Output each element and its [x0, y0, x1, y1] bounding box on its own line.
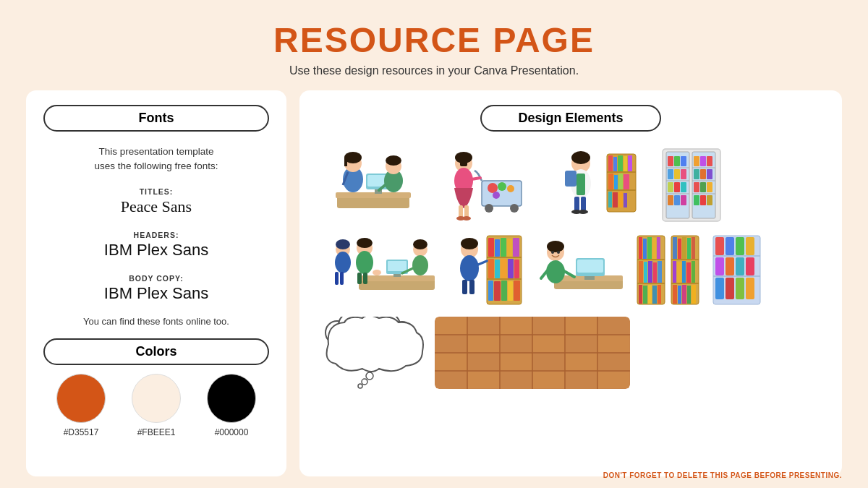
body-font-entry: BODY COPY: IBM Plex Sans: [104, 271, 208, 303]
svg-rect-23: [460, 155, 467, 166]
fonts-note: You can find these fonts online too.: [83, 316, 229, 327]
fonts-description: This presentation templateuses the follo…: [94, 145, 218, 174]
svg-rect-187: [736, 237, 744, 255]
design-row-1: [315, 143, 826, 226]
svg-rect-178: [678, 286, 681, 304]
svg-rect-64: [700, 156, 706, 166]
svg-rect-74: [681, 182, 686, 192]
svg-rect-65: [707, 156, 712, 166]
svg-rect-120: [501, 259, 507, 278]
svg-rect-8: [344, 158, 347, 166]
svg-rect-118: [488, 259, 494, 278]
svg-rect-151: [647, 237, 652, 259]
color-hex-orange: #D35517: [64, 427, 99, 437]
svg-rect-35: [618, 155, 623, 171]
svg-point-142: [557, 251, 560, 254]
svg-rect-62: [681, 156, 686, 166]
svg-rect-78: [668, 195, 673, 205]
svg-rect-113: [488, 238, 494, 257]
svg-rect-73: [674, 182, 680, 192]
svg-point-12: [386, 155, 401, 166]
headers-font-label: HEADERS:: [134, 231, 179, 239]
svg-rect-181: [692, 285, 696, 304]
svg-rect-232: [598, 372, 629, 388]
page-subtitle: Use these design resources in your Canva…: [289, 64, 579, 77]
page-title: RESOURCE PAGE: [273, 20, 595, 60]
svg-rect-186: [726, 237, 734, 255]
svg-rect-119: [495, 260, 500, 278]
svg-rect-229: [566, 354, 597, 370]
svg-rect-75: [694, 182, 699, 192]
colors-section: Colors #D35517 #FBEEE1 #000000: [43, 338, 269, 437]
svg-rect-40: [618, 174, 623, 189]
svg-line-145: [541, 271, 547, 278]
svg-rect-230: [468, 372, 499, 388]
swatch-orange: #D35517: [56, 374, 106, 437]
svg-point-96: [336, 239, 350, 249]
main-content: Fonts This presentation templateuses the…: [26, 90, 842, 476]
svg-point-107: [413, 239, 427, 249]
svg-rect-94: [393, 274, 401, 277]
svg-rect-150: [643, 239, 647, 259]
body-font-label: BODY COPY:: [129, 274, 184, 283]
title-font-label: TITLES:: [140, 187, 174, 196]
svg-rect-63: [694, 156, 699, 166]
svg-rect-131: [462, 280, 467, 294]
svg-rect-114: [495, 239, 500, 257]
svg-rect-121: [508, 259, 514, 278]
svg-rect-76: [700, 182, 706, 192]
svg-rect-125: [501, 281, 507, 301]
svg-rect-221: [435, 317, 467, 334]
svg-rect-66: [668, 169, 673, 179]
design-row-2: [315, 232, 826, 308]
svg-rect-81: [694, 195, 699, 205]
svg-rect-39: [614, 175, 618, 189]
svg-rect-38: [608, 174, 613, 189]
svg-rect-162: [652, 286, 657, 304]
svg-rect-167: [673, 237, 677, 259]
svg-rect-50: [565, 171, 576, 187]
svg-rect-173: [677, 262, 681, 283]
svg-rect-152: [652, 238, 656, 259]
svg-point-16: [510, 204, 519, 213]
svg-rect-196: [746, 278, 754, 299]
svg-rect-177: [673, 285, 677, 304]
svg-rect-223: [566, 317, 597, 334]
person-shelves-illus: [449, 232, 525, 308]
svg-rect-163: [658, 285, 661, 304]
design-row-3: [315, 317, 826, 389]
fonts-header: Fonts: [43, 105, 269, 132]
svg-point-29: [462, 216, 471, 221]
svg-rect-41: [624, 174, 629, 189]
svg-rect-122: [514, 260, 519, 278]
design-elements-title: Design Elements: [480, 105, 660, 132]
svg-point-20: [493, 192, 500, 199]
display-case-illus: [652, 143, 731, 226]
svg-rect-188: [746, 237, 754, 255]
svg-rect-225: [533, 335, 564, 352]
svg-point-15: [485, 204, 493, 213]
svg-point-102: [356, 251, 373, 274]
svg-rect-126: [508, 281, 513, 301]
svg-rect-193: [715, 278, 724, 299]
svg-rect-37: [628, 155, 632, 171]
color-circle-orange: [56, 374, 106, 423]
svg-point-108: [412, 255, 428, 275]
svg-rect-194: [726, 278, 734, 299]
svg-rect-171: [692, 237, 695, 259]
svg-rect-160: [643, 286, 647, 304]
svg-rect-222: [501, 317, 532, 334]
svg-rect-98: [335, 272, 339, 285]
right-panel: Design Elements: [299, 90, 842, 476]
svg-rect-52: [581, 197, 586, 211]
svg-point-105: [373, 270, 381, 275]
svg-point-101: [357, 238, 373, 248]
canned-goods-illus: [710, 232, 764, 308]
svg-rect-83: [707, 195, 712, 205]
svg-rect-169: [682, 237, 686, 259]
cashier-customer-illus: [315, 143, 431, 226]
svg-rect-174: [682, 261, 686, 283]
thought-bubble-illus: [315, 317, 427, 389]
swatch-cream: #FBEEE1: [132, 374, 181, 437]
svg-rect-149: [639, 237, 642, 259]
